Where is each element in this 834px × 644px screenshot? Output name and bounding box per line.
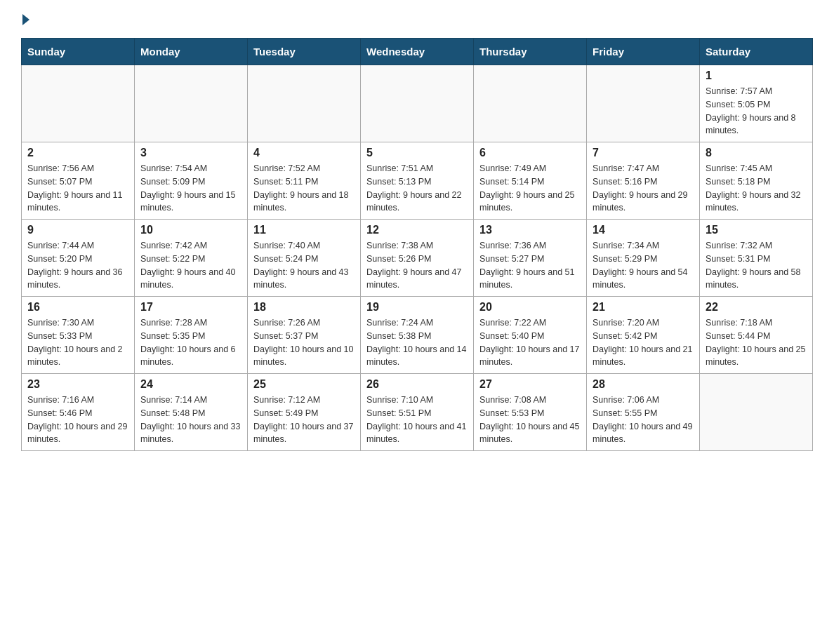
day-number: 1 (706, 69, 807, 82)
calendar-cell: 22Sunrise: 7:18 AM Sunset: 5:44 PM Dayli… (700, 297, 813, 374)
day-number: 12 (366, 224, 468, 236)
day-info: Sunrise: 7:40 AM Sunset: 5:24 PM Dayligh… (253, 239, 355, 292)
day-number: 19 (366, 301, 468, 314)
calendar-cell (361, 65, 474, 142)
day-info: Sunrise: 7:10 AM Sunset: 5:51 PM Dayligh… (366, 394, 468, 446)
day-number: 3 (140, 147, 241, 159)
calendar-cell: 27Sunrise: 7:08 AM Sunset: 5:53 PM Dayli… (474, 374, 587, 451)
calendar-cell (474, 65, 587, 142)
day-number: 9 (27, 224, 128, 236)
day-info: Sunrise: 7:28 AM Sunset: 5:35 PM Dayligh… (140, 316, 241, 369)
day-of-week-header: Monday (135, 39, 248, 65)
calendar-cell: 13Sunrise: 7:36 AM Sunset: 5:27 PM Dayli… (474, 220, 587, 297)
day-number: 23 (27, 378, 128, 391)
calendar-cell: 21Sunrise: 7:20 AM Sunset: 5:42 PM Dayli… (587, 297, 700, 374)
day-number: 6 (479, 147, 581, 159)
calendar-cell (22, 65, 135, 142)
day-info: Sunrise: 7:47 AM Sunset: 5:16 PM Dayligh… (593, 162, 694, 215)
calendar-cell: 19Sunrise: 7:24 AM Sunset: 5:38 PM Dayli… (361, 297, 474, 374)
calendar-cell: 25Sunrise: 7:12 AM Sunset: 5:49 PM Dayli… (248, 374, 361, 451)
calendar-cell: 10Sunrise: 7:42 AM Sunset: 5:22 PM Dayli… (135, 220, 248, 297)
calendar-cell: 28Sunrise: 7:06 AM Sunset: 5:55 PM Dayli… (587, 374, 700, 451)
calendar-cell: 7Sunrise: 7:47 AM Sunset: 5:16 PM Daylig… (587, 142, 700, 220)
days-of-week-row: SundayMondayTuesdayWednesdayThursdayFrid… (22, 39, 813, 65)
calendar-cell: 18Sunrise: 7:26 AM Sunset: 5:37 PM Dayli… (248, 297, 361, 374)
day-number: 8 (706, 147, 807, 159)
day-info: Sunrise: 7:51 AM Sunset: 5:13 PM Dayligh… (366, 162, 468, 215)
day-number: 20 (479, 301, 581, 314)
calendar-body: 1Sunrise: 7:57 AM Sunset: 5:05 PM Daylig… (22, 65, 813, 451)
day-info: Sunrise: 7:42 AM Sunset: 5:22 PM Dayligh… (140, 239, 241, 292)
day-of-week-header: Thursday (474, 39, 587, 65)
day-number: 2 (27, 147, 128, 159)
day-number: 17 (140, 301, 241, 314)
day-number: 26 (366, 378, 468, 391)
logo (21, 14, 31, 25)
calendar-cell: 6Sunrise: 7:49 AM Sunset: 5:14 PM Daylig… (474, 142, 587, 220)
calendar-cell: 1Sunrise: 7:57 AM Sunset: 5:05 PM Daylig… (700, 65, 813, 142)
day-info: Sunrise: 7:26 AM Sunset: 5:37 PM Dayligh… (253, 316, 355, 369)
day-number: 5 (366, 147, 468, 159)
calendar-header: SundayMondayTuesdayWednesdayThursdayFrid… (22, 39, 813, 65)
day-number: 27 (479, 378, 581, 391)
day-number: 25 (253, 378, 355, 391)
calendar-cell: 14Sunrise: 7:34 AM Sunset: 5:29 PM Dayli… (587, 220, 700, 297)
day-number: 13 (479, 224, 581, 236)
calendar-cell (587, 65, 700, 142)
day-info: Sunrise: 7:38 AM Sunset: 5:26 PM Dayligh… (366, 239, 468, 292)
day-info: Sunrise: 7:22 AM Sunset: 5:40 PM Dayligh… (479, 316, 581, 369)
day-info: Sunrise: 7:34 AM Sunset: 5:29 PM Dayligh… (593, 239, 694, 292)
day-info: Sunrise: 7:52 AM Sunset: 5:11 PM Dayligh… (253, 162, 355, 215)
calendar-cell (700, 374, 813, 451)
day-info: Sunrise: 7:54 AM Sunset: 5:09 PM Dayligh… (140, 162, 241, 215)
day-info: Sunrise: 7:08 AM Sunset: 5:53 PM Dayligh… (479, 394, 581, 446)
day-of-week-header: Tuesday (248, 39, 361, 65)
calendar-cell: 2Sunrise: 7:56 AM Sunset: 5:07 PM Daylig… (22, 142, 135, 220)
calendar-week-row: 16Sunrise: 7:30 AM Sunset: 5:33 PM Dayli… (22, 297, 813, 374)
day-number: 21 (593, 301, 694, 314)
day-info: Sunrise: 7:14 AM Sunset: 5:48 PM Dayligh… (140, 394, 241, 446)
page-header (21, 14, 813, 25)
day-info: Sunrise: 7:56 AM Sunset: 5:07 PM Dayligh… (27, 162, 128, 215)
calendar-cell: 4Sunrise: 7:52 AM Sunset: 5:11 PM Daylig… (248, 142, 361, 220)
day-number: 14 (593, 224, 694, 236)
day-number: 10 (140, 224, 241, 236)
day-info: Sunrise: 7:32 AM Sunset: 5:31 PM Dayligh… (706, 239, 807, 292)
calendar-cell: 20Sunrise: 7:22 AM Sunset: 5:40 PM Dayli… (474, 297, 587, 374)
calendar-cell: 26Sunrise: 7:10 AM Sunset: 5:51 PM Dayli… (361, 374, 474, 451)
day-info: Sunrise: 7:18 AM Sunset: 5:44 PM Dayligh… (706, 316, 807, 369)
day-of-week-header: Saturday (700, 39, 813, 65)
day-number: 22 (706, 301, 807, 314)
logo-arrow-icon (22, 14, 29, 25)
calendar-cell (135, 65, 248, 142)
calendar-table: SundayMondayTuesdayWednesdayThursdayFrid… (21, 38, 813, 451)
calendar-cell: 23Sunrise: 7:16 AM Sunset: 5:46 PM Dayli… (22, 374, 135, 451)
calendar-cell: 3Sunrise: 7:54 AM Sunset: 5:09 PM Daylig… (135, 142, 248, 220)
day-of-week-header: Sunday (22, 39, 135, 65)
day-info: Sunrise: 7:30 AM Sunset: 5:33 PM Dayligh… (27, 316, 128, 369)
calendar-cell (248, 65, 361, 142)
calendar-cell: 9Sunrise: 7:44 AM Sunset: 5:20 PM Daylig… (22, 220, 135, 297)
calendar-week-row: 23Sunrise: 7:16 AM Sunset: 5:46 PM Dayli… (22, 374, 813, 451)
day-number: 11 (253, 224, 355, 236)
day-number: 28 (593, 378, 694, 391)
calendar-cell: 12Sunrise: 7:38 AM Sunset: 5:26 PM Dayli… (361, 220, 474, 297)
day-info: Sunrise: 7:36 AM Sunset: 5:27 PM Dayligh… (479, 239, 581, 292)
calendar-cell: 11Sunrise: 7:40 AM Sunset: 5:24 PM Dayli… (248, 220, 361, 297)
day-number: 18 (253, 301, 355, 314)
day-info: Sunrise: 7:45 AM Sunset: 5:18 PM Dayligh… (706, 162, 807, 215)
day-number: 24 (140, 378, 241, 391)
day-info: Sunrise: 7:49 AM Sunset: 5:14 PM Dayligh… (479, 162, 581, 215)
day-of-week-header: Friday (587, 39, 700, 65)
calendar-cell: 16Sunrise: 7:30 AM Sunset: 5:33 PM Dayli… (22, 297, 135, 374)
day-number: 16 (27, 301, 128, 314)
day-number: 15 (706, 224, 807, 236)
day-info: Sunrise: 7:20 AM Sunset: 5:42 PM Dayligh… (593, 316, 694, 369)
calendar-week-row: 1Sunrise: 7:57 AM Sunset: 5:05 PM Daylig… (22, 65, 813, 142)
calendar-week-row: 2Sunrise: 7:56 AM Sunset: 5:07 PM Daylig… (22, 142, 813, 220)
calendar-cell: 5Sunrise: 7:51 AM Sunset: 5:13 PM Daylig… (361, 142, 474, 220)
day-info: Sunrise: 7:44 AM Sunset: 5:20 PM Dayligh… (27, 239, 128, 292)
day-number: 4 (253, 147, 355, 159)
calendar-cell: 8Sunrise: 7:45 AM Sunset: 5:18 PM Daylig… (700, 142, 813, 220)
calendar-cell: 17Sunrise: 7:28 AM Sunset: 5:35 PM Dayli… (135, 297, 248, 374)
